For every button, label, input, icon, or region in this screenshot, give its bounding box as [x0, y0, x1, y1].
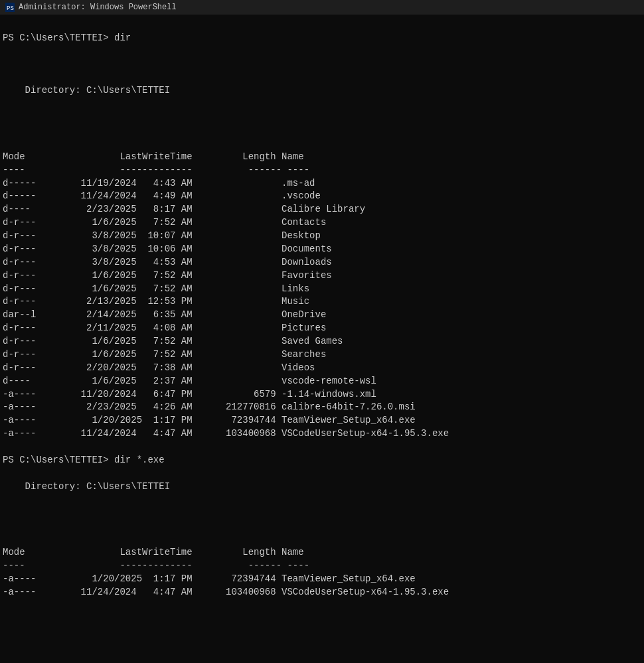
dir2-entry-2: -a---- 11/24/2024 4:47 AM 103400968 VSCo… [3, 587, 449, 597]
dir-entry-12: d-r--- 2/11/2025 4:08 AM Pictures [3, 323, 326, 333]
dir-entry-5: d-r--- 3/8/2025 10:07 AM Desktop [3, 230, 321, 241]
terminal-body: PS C:\Users\TETTEI> dir Directory: C:\Us… [0, 15, 644, 603]
dir-entry-15: d-r--- 2/20/2025 7:38 AM Videos [3, 362, 315, 373]
directory-label-1: Directory: C:\Users\TETTEI [3, 85, 170, 96]
dir-entry-4: d-r--- 1/6/2025 7:52 AM Contacts [3, 217, 326, 228]
powershell-icon: PS [5, 3, 15, 12]
dir-entry-20: -a---- 11/24/2024 4:47 AM 103400968 VSCo… [3, 428, 449, 439]
dir2-entry-1: -a---- 1/20/2025 1:17 PM 72394744 TeamVi… [3, 573, 416, 584]
title-bar-text: Administrator: Windows PowerShell [19, 3, 177, 12]
svg-text:PS: PS [7, 5, 14, 12]
dir-entry-11: dar--l 2/14/2025 6:35 AM OneDrive [3, 309, 326, 320]
dir-entry-6: d-r--- 3/8/2025 10:06 AM Documents [3, 244, 332, 254]
column-headers: Mode LastWriteTime Length Name ---- ----… [3, 151, 309, 175]
dir-entry-10: d-r--- 2/13/2025 12:53 PM Music [3, 296, 309, 307]
dir-entry-2: d----- 11/24/2024 4:49 AM .vscode [3, 190, 321, 201]
dir-entry-3: d---- 2/23/2025 8:17 AM Calibre Library [3, 204, 365, 214]
directory-label-2: Directory: C:\Users\TETTEI [3, 481, 170, 492]
dir-entry-7: d-r--- 3/8/2025 4:53 AM Downloads [3, 257, 332, 267]
dir-entry-17: -a---- 11/20/2024 6:47 PM 6579 -1.14-win… [3, 389, 376, 400]
prompt-2: PS C:\Users\TETTEI> dir *.exe [3, 455, 165, 465]
dir-entry-16: d---- 1/6/2025 2:37 AM vscode-remote-wsl [3, 376, 376, 386]
dir-entry-19: -a---- 1/20/2025 1:17 PM 72394744 TeamVi… [3, 415, 416, 425]
dir-entry-8: d-r--- 1/6/2025 7:52 AM Favorites [3, 270, 332, 281]
dir-entry-9: d-r--- 1/6/2025 7:52 AM Links [3, 283, 309, 294]
dir-entry-18: -a---- 2/23/2025 4:26 AM 212770816 calib… [3, 402, 416, 412]
dir-entry-14: d-r--- 1/6/2025 7:52 AM Searches [3, 349, 326, 360]
title-bar: PS Administrator: Windows PowerShell [0, 0, 644, 15]
dir-entry-1: d----- 11/19/2024 4:43 AM .ms-ad [3, 178, 315, 188]
dir-entry-13: d-r--- 1/6/2025 7:52 AM Saved Games [3, 336, 343, 346]
column-headers-2: Mode LastWriteTime Length Name ---- ----… [3, 547, 309, 571]
prompt-1: PS C:\Users\TETTEI> dir [3, 33, 131, 43]
